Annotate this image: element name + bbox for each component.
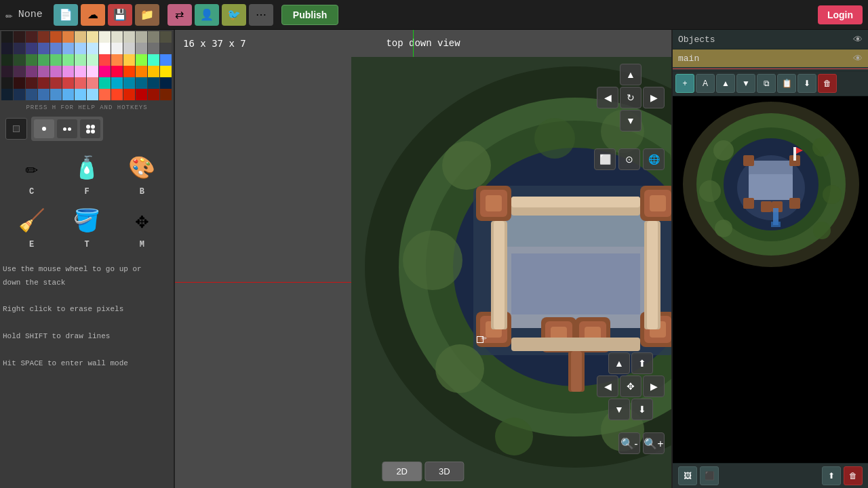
- move-down2-button[interactable]: ⬇: [631, 399, 653, 420]
- color-cell-61[interactable]: [62, 77, 74, 89]
- color-cell-50[interactable]: [99, 66, 111, 77]
- login-button[interactable]: Login: [818, 5, 863, 24]
- color-cell-23[interactable]: [111, 43, 123, 54]
- square-mode-button[interactable]: ⬜: [594, 148, 616, 170]
- layer-down-tool-button[interactable]: ▼: [736, 74, 755, 93]
- save-button[interactable]: 💾: [108, 4, 132, 26]
- color-cell-47[interactable]: [62, 66, 74, 77]
- color-cell-39[interactable]: [136, 54, 147, 66]
- brush-size-2[interactable]: [57, 119, 77, 138]
- color-cell-70[interactable]: [1, 89, 13, 100]
- tool-f[interactable]: 🧴 F: [60, 149, 113, 199]
- color-cell-76[interactable]: [75, 89, 86, 100]
- color-cell-57[interactable]: [14, 77, 25, 89]
- object-item-main-eye[interactable]: 👁: [853, 53, 863, 64]
- color-cell-37[interactable]: [111, 54, 123, 66]
- color-cell-79[interactable]: [111, 89, 123, 100]
- cloud-button[interactable]: ☁: [81, 4, 105, 26]
- color-cell-80[interactable]: [123, 89, 135, 100]
- color-cell-65[interactable]: [111, 77, 123, 89]
- rename-layer-button[interactable]: A: [696, 74, 715, 93]
- move-up-button[interactable]: ▲: [608, 352, 630, 374]
- color-cell-22[interactable]: [99, 43, 111, 54]
- color-cell-77[interactable]: [87, 89, 98, 100]
- color-cell-60[interactable]: [50, 77, 62, 89]
- color-cell-73[interactable]: [38, 89, 50, 100]
- color-cell-44[interactable]: [26, 66, 37, 77]
- layer-refresh-button[interactable]: ↻: [620, 87, 642, 108]
- color-cell-7[interactable]: [87, 31, 98, 43]
- color-cell-42[interactable]: [1, 66, 13, 77]
- object-item-main[interactable]: main 👁: [673, 49, 868, 67]
- exchange-button[interactable]: ⇄: [167, 4, 192, 26]
- delete-layer-button[interactable]: 🗑: [818, 74, 837, 93]
- color-cell-56[interactable]: [1, 77, 13, 89]
- color-cell-40[interactable]: [148, 54, 159, 66]
- color-cell-58[interactable]: [26, 77, 37, 89]
- brush-size-3[interactable]: [80, 119, 100, 138]
- color-cell-63[interactable]: [87, 77, 98, 89]
- color-cell-72[interactable]: [26, 89, 37, 100]
- color-cell-33[interactable]: [62, 54, 74, 66]
- color-cell-13[interactable]: [160, 31, 172, 43]
- more-button[interactable]: ⋯: [249, 4, 273, 26]
- copy-layer-button[interactable]: ⧉: [757, 74, 776, 93]
- color-cell-78[interactable]: [99, 89, 111, 100]
- color-cell-83[interactable]: [160, 89, 172, 100]
- color-cell-74[interactable]: [50, 89, 62, 100]
- layer-up-tool-button[interactable]: ▲: [716, 74, 735, 93]
- color-cell-21[interactable]: [87, 43, 98, 54]
- tool-b[interactable]: 🎨 B: [116, 149, 168, 199]
- objects-visibility-button[interactable]: 👁: [853, 34, 863, 45]
- color-cell-2[interactable]: [26, 31, 37, 43]
- color-cell-46[interactable]: [50, 66, 62, 77]
- color-cell-51[interactable]: [111, 66, 123, 77]
- color-cell-0[interactable]: [1, 31, 13, 43]
- scroll-up-button[interactable]: ⬆: [822, 466, 841, 485]
- zoom-in-button[interactable]: 🔍+: [643, 432, 665, 454]
- color-cell-6[interactable]: [75, 31, 86, 43]
- color-cell-43[interactable]: [14, 66, 25, 77]
- color-cell-59[interactable]: [38, 77, 50, 89]
- layer-left-button[interactable]: ◀: [597, 87, 618, 108]
- tool-t[interactable]: 🪣 T: [60, 202, 113, 252]
- color-cell-31[interactable]: [38, 54, 50, 66]
- circle-mode-button[interactable]: ⊙: [618, 148, 640, 170]
- paste-layer-button[interactable]: 📋: [777, 74, 796, 93]
- tool-c[interactable]: ✏️ C: [5, 149, 58, 199]
- move-up2-button[interactable]: ⬆: [631, 352, 653, 374]
- color-cell-3[interactable]: [38, 31, 50, 43]
- color-cell-41[interactable]: [160, 54, 172, 66]
- color-cell-35[interactable]: [87, 54, 98, 66]
- color-cell-10[interactable]: [123, 31, 135, 43]
- bird-button[interactable]: 🐦: [222, 4, 246, 26]
- color-cell-75[interactable]: [62, 89, 74, 100]
- zoom-out-button[interactable]: 🔍-: [618, 432, 640, 454]
- color-cell-18[interactable]: [50, 43, 62, 54]
- layer-right-button[interactable]: ▶: [643, 87, 665, 108]
- color-cell-55[interactable]: [160, 66, 172, 77]
- color-cell-16[interactable]: [26, 43, 37, 54]
- color-cell-27[interactable]: [160, 43, 172, 54]
- folder-button[interactable]: 📁: [135, 4, 159, 26]
- color-cell-30[interactable]: [26, 54, 37, 66]
- image-view-button[interactable]: 🖼: [678, 466, 697, 485]
- tool-m[interactable]: ✥ M: [116, 202, 168, 252]
- color-cell-45[interactable]: [38, 66, 50, 77]
- char-button[interactable]: 👤: [195, 4, 219, 26]
- color-cell-67[interactable]: [136, 77, 147, 89]
- color-cell-71[interactable]: [14, 89, 25, 100]
- color-cell-62[interactable]: [75, 77, 86, 89]
- color-cell-8[interactable]: [99, 31, 111, 43]
- tool-e[interactable]: 🧹 E: [5, 202, 58, 252]
- brush-size-1[interactable]: [34, 119, 54, 138]
- color-cell-20[interactable]: [75, 43, 86, 54]
- publish-button[interactable]: Publish: [281, 5, 339, 25]
- move-right-button[interactable]: ▶: [643, 375, 665, 397]
- globe-mode-button[interactable]: 🌐: [643, 148, 665, 170]
- color-cell-17[interactable]: [38, 43, 50, 54]
- color-cell-14[interactable]: [1, 43, 13, 54]
- color-cell-81[interactable]: [136, 89, 147, 100]
- new-button[interactable]: 📄: [54, 4, 78, 26]
- color-cell-36[interactable]: [99, 54, 111, 66]
